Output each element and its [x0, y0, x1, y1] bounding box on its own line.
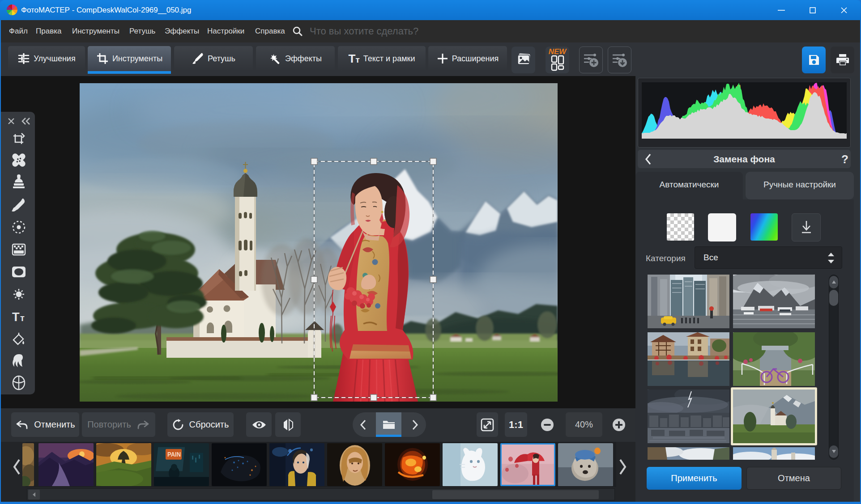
svg-text:PAIN: PAIN — [167, 451, 181, 458]
svg-text:т: т — [20, 313, 25, 323]
svg-text:T: T — [12, 310, 20, 324]
